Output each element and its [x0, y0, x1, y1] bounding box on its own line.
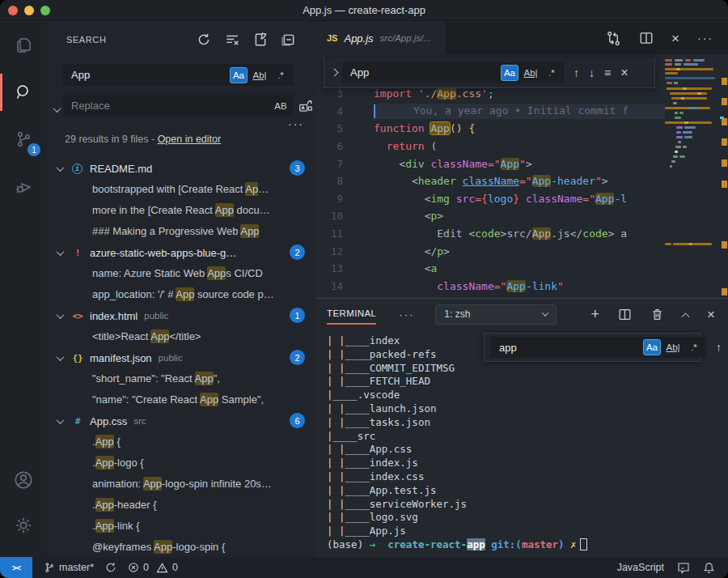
- chevron-down-icon: [542, 309, 548, 316]
- split-editor-icon[interactable]: [639, 31, 654, 45]
- search-match-row[interactable]: app_location: '/' # App source code p…: [47, 284, 315, 305]
- terminal-output[interactable]: | |____index| |____packed-refs| |____COM…: [327, 334, 723, 554]
- close-window-button[interactable]: [8, 6, 18, 15]
- sidebar-item-account[interactable]: [0, 457, 47, 504]
- sidebar-item-source-control[interactable]: 1: [0, 116, 47, 163]
- close-find-icon[interactable]: ×: [620, 66, 628, 79]
- replace-all-icon[interactable]: [298, 98, 314, 114]
- editor-find-input[interactable]: [349, 66, 501, 79]
- regex-toggle[interactable]: .*: [685, 339, 703, 355]
- editor-more-actions-icon[interactable]: ···: [697, 32, 713, 44]
- minimap-block: [683, 87, 687, 90]
- ruler-mark: [722, 241, 727, 249]
- tab-terminal[interactable]: TERMINAL: [327, 308, 376, 320]
- minimap-block: [681, 97, 684, 100]
- problems-status[interactable]: 0 0: [128, 562, 178, 574]
- regex-toggle[interactable]: .*: [272, 67, 290, 83]
- sidebar-item-search[interactable]: [0, 69, 47, 116]
- minimap[interactable]: [665, 56, 718, 298]
- search-match-row[interactable]: <title>React App</title>: [47, 326, 315, 347]
- remote-indicator[interactable]: ><: [0, 557, 32, 578]
- open-changes-icon[interactable]: [606, 31, 621, 46]
- toggle-replace-button[interactable]: [51, 100, 62, 119]
- file-name: azure-static-web-apps-blue-g…: [90, 247, 236, 259]
- feedback-icon[interactable]: [677, 561, 690, 574]
- kill-terminal-icon[interactable]: [650, 308, 664, 321]
- close-editor-icon[interactable]: ×: [671, 32, 679, 45]
- search-file-row[interactable]: {}manifest.jsonpublic2: [47, 347, 315, 368]
- warning-icon: [156, 562, 168, 574]
- zoom-window-button[interactable]: [40, 6, 50, 15]
- code-line: 8 <header className="App-header">: [315, 172, 665, 190]
- refresh-icon[interactable]: [197, 32, 211, 47]
- terminal-find-input[interactable]: [497, 341, 643, 355]
- previous-match-icon[interactable]: ↑: [716, 342, 722, 353]
- open-in-editor-link[interactable]: Open in editor: [158, 134, 222, 145]
- ruler-mark: [722, 181, 727, 188]
- replace-input[interactable]: [70, 99, 272, 113]
- minimap-block: [683, 131, 692, 134]
- notifications-bell-icon[interactable]: [703, 562, 715, 574]
- close-panel-icon[interactable]: ×: [707, 308, 715, 321]
- sync-status[interactable]: [105, 562, 116, 573]
- search-match-row[interactable]: "name": "Create React App Sample",: [47, 389, 315, 410]
- search-file-row[interactable]: iREADME.md3: [47, 158, 315, 179]
- minimap-block: [665, 63, 672, 66]
- toggle-replace-button[interactable]: [328, 57, 341, 87]
- search-match-row[interactable]: name: Azure Static Web Apps CI/CD: [47, 263, 315, 284]
- account-icon: [13, 470, 34, 491]
- language-mode[interactable]: JavaScript: [617, 562, 664, 573]
- match-case-toggle[interactable]: Aa: [643, 339, 661, 355]
- search-match-row[interactable]: "short_name": "React App",: [47, 368, 315, 389]
- minimap-block: [665, 72, 678, 74]
- chevron-down-icon: [57, 248, 65, 256]
- search-file-row[interactable]: #App.csssrc6: [47, 410, 315, 431]
- previous-match-icon[interactable]: ↑: [574, 67, 579, 79]
- search-match-row[interactable]: @keyframes App-logo-spin {: [47, 537, 315, 557]
- search-file-row[interactable]: !azure-static-web-apps-blue-g…2: [47, 242, 315, 263]
- code-line: 7 <div className="App">: [315, 155, 665, 172]
- collapse-all-icon[interactable]: [281, 32, 296, 47]
- sidebar-item-explorer[interactable]: [0, 22, 47, 69]
- sidebar-item-settings[interactable]: [0, 502, 47, 549]
- preserve-case-toggle[interactable]: AB: [272, 98, 290, 114]
- inline-blame: You, a year ago • Initial commit f: [375, 104, 629, 117]
- branch-status[interactable]: master*: [44, 562, 94, 573]
- new-terminal-icon[interactable]: +: [591, 307, 600, 321]
- search-match-row[interactable]: .App-header {: [47, 495, 315, 516]
- search-match-row[interactable]: bootstrapped with [Create React Ap…: [47, 179, 315, 200]
- tab-appjs[interactable]: JS App.js src/App.js/...: [315, 22, 447, 54]
- search-match-row[interactable]: .App {: [47, 431, 315, 453]
- regex-toggle[interactable]: .*: [543, 65, 561, 81]
- search-match-row[interactable]: ### Making a Progressive Web App: [47, 221, 315, 242]
- chevron-down-icon: [57, 416, 65, 424]
- search-match-row[interactable]: .App-link {: [47, 516, 315, 537]
- minimap-block: [665, 77, 715, 79]
- panel-more-actions[interactable]: ···: [399, 308, 414, 321]
- search-match-row[interactable]: animation: App-logo-spin infinite 20s…: [47, 474, 315, 495]
- code-editor[interactable]: Aa Ab| .* ↑ ↓ ≡ × 3import './App.css';4 …: [315, 54, 728, 298]
- new-search-editor-icon[interactable]: [253, 32, 268, 47]
- whole-word-toggle[interactable]: Ab|: [664, 339, 682, 355]
- terminal-line: |____.vscode: [327, 389, 723, 402]
- match-case-toggle[interactable]: Aa: [501, 65, 518, 81]
- terminal-select[interactable]: 1: zsh: [435, 304, 557, 325]
- whole-word-toggle[interactable]: Ab|: [522, 65, 540, 81]
- split-terminal-icon[interactable]: [618, 308, 632, 321]
- file-type-icon: {}: [71, 353, 84, 363]
- next-match-icon[interactable]: ↓: [589, 67, 595, 79]
- clear-search-results-icon[interactable]: [225, 32, 239, 47]
- find-in-selection-icon[interactable]: ≡: [604, 67, 611, 79]
- maximize-panel-icon[interactable]: [683, 312, 688, 317]
- search-more-actions[interactable]: ···: [288, 117, 304, 130]
- search-match-row[interactable]: .App-logo {: [47, 453, 315, 474]
- search-file-row[interactable]: <>index.htmlpublic1: [47, 305, 315, 326]
- line-number: 12: [315, 245, 351, 257]
- sidebar-item-run-debug[interactable]: [0, 163, 47, 210]
- minimize-window-button[interactable]: [24, 6, 34, 15]
- search-input[interactable]: [70, 68, 230, 82]
- search-match-row[interactable]: more in the [Create React App docu…: [47, 200, 315, 221]
- match-case-toggle[interactable]: Aa: [230, 67, 248, 83]
- whole-word-toggle[interactable]: Ab|: [251, 67, 269, 83]
- minimap-block: [683, 146, 687, 148]
